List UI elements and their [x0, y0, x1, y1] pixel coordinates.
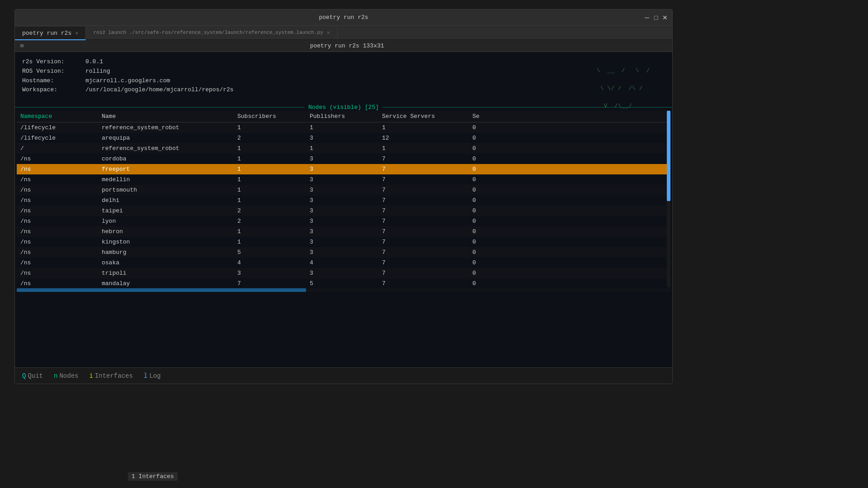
tab-close-1[interactable]: ✕ — [75, 30, 78, 37]
col-subscribers: Subscribers — [234, 112, 306, 121]
table-row[interactable]: /nsdelhi1370 — [17, 195, 670, 206]
table-row[interactable]: /nslyon2370 — [17, 216, 670, 226]
table-cell-4: 7 — [378, 196, 469, 205]
table-cell-0: /ns — [17, 269, 98, 277]
table-cell-1: osaka — [98, 258, 234, 267]
terminal-title: poetry run r2s 133x31 — [27, 42, 667, 49]
table-cell-5: 0 — [469, 206, 496, 215]
table-cell-0: /lifecycle — [17, 134, 98, 142]
table-cell-3: 3 — [306, 175, 378, 184]
minimize-button[interactable]: ─ — [643, 14, 651, 21]
table-cell-3: 1 — [306, 144, 378, 153]
table-cell-2: 7 — [234, 279, 306, 287]
horizontal-scrollbar[interactable] — [17, 288, 670, 292]
table-row[interactable]: /nsmandalay7570 — [17, 278, 670, 287]
interfaces-key: i — [89, 372, 93, 380]
table-cell-5: 0 — [469, 175, 496, 184]
col-service-servers: Service Servers — [378, 112, 469, 121]
table-row[interactable]: /lifecyclearequipa23120 — [17, 133, 670, 143]
table-cell-5: 0 — [469, 196, 496, 205]
table-cell-1: reference_system_robot — [98, 144, 234, 153]
quit-key: Q — [22, 372, 26, 380]
nodes-section: Nodes (visible) [25] Namespace Name Subs… — [15, 104, 672, 292]
table-cell-3: 4 — [306, 258, 378, 267]
table-row[interactable]: /nsmedellin1370 — [17, 174, 670, 185]
table-row[interactable]: /nstripoli3370 — [17, 268, 670, 278]
table-cell-5: 0 — [469, 258, 496, 267]
table-body[interactable]: /lifecyclereference_system_robot1110/lif… — [17, 122, 670, 287]
table-cell-5: 0 — [469, 279, 496, 287]
table-cell-3: 3 — [306, 238, 378, 246]
table-cell-2: 1 — [234, 227, 306, 236]
table-cell-4: 7 — [378, 175, 469, 184]
info-row-r2s: r2s Version: 0.0.1 — [22, 57, 665, 67]
table-row[interactable]: /nsosaka4470 — [17, 258, 670, 268]
terminal-icon: ⊞ — [20, 42, 24, 49]
table-cell-4: 7 — [378, 155, 469, 163]
table-cell-2: 1 — [234, 175, 306, 184]
status-nodes: n Nodes — [54, 372, 78, 380]
table-cell-0: /ns — [17, 248, 98, 257]
table-cell-5: 0 — [469, 227, 496, 236]
table-cell-3: 3 — [306, 248, 378, 257]
info-row-host: Hostname: mjcarroll.c.googlers.com — [22, 76, 665, 86]
tab-label-1: poetry run r2s — [22, 30, 71, 37]
info-section: r2s Version: 0.0.1 ROS Version: rolling … — [15, 56, 672, 97]
table-cell-4: 7 — [378, 227, 469, 236]
table-cell-4: 7 — [378, 258, 469, 267]
table-row[interactable]: /nsportsmouth1370 — [17, 185, 670, 195]
col-publishers: Publishers — [306, 112, 378, 121]
table-cell-2: 1 — [234, 123, 306, 132]
tab-ros2-launch[interactable]: ros2 launch ./src/safe-ros/reference_sys… — [86, 26, 338, 39]
table-cell-0: /ns — [17, 238, 98, 246]
table-cell-1: arequipa — [98, 134, 234, 142]
table-cell-0: /ns — [17, 175, 98, 184]
scrollbar-thumb[interactable] — [667, 111, 670, 201]
table-cell-2: 2 — [234, 134, 306, 142]
ros-label: ROS Version: — [22, 67, 85, 76]
log-key: l — [144, 372, 147, 380]
table-cell-0: / — [17, 144, 98, 153]
table-cell-0: /ns — [17, 206, 98, 215]
nodes-label: Nodes — [59, 372, 78, 380]
table-row[interactable]: /nshamburg5370 — [17, 247, 670, 258]
tab-close-2[interactable]: ✕ — [327, 29, 330, 36]
table-cell-5: 0 — [469, 248, 496, 257]
table-row[interactable]: /nstaipei2370 — [17, 206, 670, 216]
table-cell-3: 3 — [306, 186, 378, 194]
nodes-key: n — [54, 372, 57, 380]
table-row[interactable]: /reference_system_robot1110 — [17, 143, 670, 154]
table-cell-1: taipei — [98, 206, 234, 215]
table-cell-3: 3 — [306, 217, 378, 225]
horizontal-scroll-thumb[interactable] — [17, 288, 306, 292]
log-label: Log — [149, 372, 160, 380]
title-bar: poetry run r2s ─ □ ✕ — [15, 9, 672, 26]
table-cell-5: 0 — [469, 123, 496, 132]
table-header: Namespace Name Subscribers Publishers Se… — [17, 111, 670, 122]
scrollbar-track[interactable] — [667, 111, 670, 287]
table-cell-3: 3 — [306, 206, 378, 215]
table-cell-5: 0 — [469, 269, 496, 277]
table-cell-1: hamburg — [98, 248, 234, 257]
terminal-header: ⊞ poetry run r2s 133x31 — [15, 40, 672, 52]
table-row[interactable]: /lifecyclereference_system_robot1110 — [17, 122, 670, 133]
table-row[interactable]: /nshebron1370 — [17, 226, 670, 237]
maximize-button[interactable]: □ — [652, 14, 660, 21]
table-cell-2: 5 — [234, 248, 306, 257]
table-cell-0: /ns — [17, 279, 98, 287]
table-cell-1: hebron — [98, 227, 234, 236]
table-cell-3: 1 — [306, 123, 378, 132]
close-button[interactable]: ✕ — [661, 14, 669, 21]
table-cell-5: 0 — [469, 165, 496, 174]
table-cell-3: 3 — [306, 134, 378, 142]
table-row[interactable]: /nsfreeport1370 — [17, 164, 670, 174]
ros-value: rolling — [85, 67, 110, 76]
table-cell-1: delhi — [98, 196, 234, 205]
tab-poetry-run[interactable]: poetry run r2s ✕ — [15, 27, 86, 40]
table-cell-4: 1 — [378, 144, 469, 153]
terminal-content: r2s Version: 0.0.1 ROS Version: rolling … — [15, 52, 672, 383]
table-row[interactable]: /nscordoba1370 — [17, 154, 670, 164]
table-row[interactable]: /nskingston1370 — [17, 237, 670, 247]
table-wrapper: Namespace Name Subscribers Publishers Se… — [17, 111, 670, 287]
col-namespace: Namespace — [17, 112, 98, 121]
